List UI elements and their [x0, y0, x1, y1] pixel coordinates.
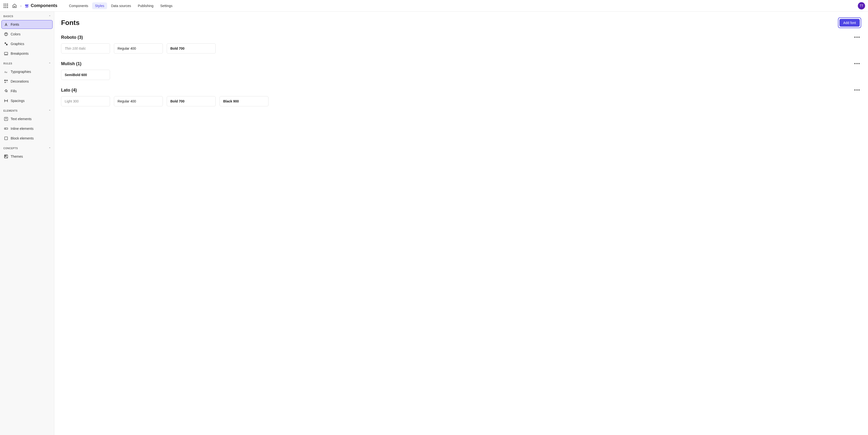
tab-settings[interactable]: Settings [157, 2, 176, 9]
svg-rect-12 [4, 128, 8, 129]
header-tabs: ComponentsStylesData sourcesPublishingSe… [66, 2, 176, 9]
home-button[interactable] [12, 3, 18, 9]
breadcrumb-chevron-icon: › [20, 4, 22, 8]
section-header-elements[interactable]: Elements⌃ [0, 106, 54, 113]
sidebar-item-colors[interactable]: Colors [1, 30, 53, 38]
sidebar-item-label: Inline elements [11, 127, 33, 131]
more-options-button[interactable]: ••• [853, 88, 861, 93]
main: Fonts Add font Roboto (3)•••Thin 100 Ita… [54, 12, 868, 435]
font-variant-card[interactable]: Bold 700 [167, 96, 216, 106]
tab-styles[interactable]: Styles [92, 2, 107, 9]
chevron-up-icon: ⌃ [49, 109, 51, 112]
font-variant-card[interactable]: Thin 100 Italic [61, 43, 110, 54]
section-header-concepts[interactable]: Concepts⌃ [0, 144, 54, 151]
inline-element-icon [4, 127, 8, 131]
font-group-title: Mulish (1) [61, 61, 82, 66]
sidebar-item-breakpoints[interactable]: Breakpoints [1, 49, 53, 58]
font-variant-card[interactable]: Regular 400 [114, 43, 163, 54]
chevron-up-icon: ⌃ [49, 147, 51, 150]
body: Basics⌃FontsColorsGraphicsBreakpointsRul… [0, 12, 868, 435]
font-variants: Light 300Regular 400Bold 700Black 900 [61, 96, 861, 106]
sidebar-item-label: Decorations [11, 79, 29, 83]
font-variant-card[interactable]: Black 900 [220, 96, 269, 106]
brand-label: Components [31, 3, 57, 8]
font-group-title: Lato (4) [61, 88, 77, 93]
sidebar-item-spacings[interactable]: Spacings [1, 96, 53, 105]
more-horizontal-icon: ••• [854, 35, 860, 40]
tab-publishing[interactable]: Publishing [135, 2, 157, 9]
more-horizontal-icon: ••• [854, 88, 860, 93]
svg-point-13 [5, 128, 6, 129]
themes-icon [4, 154, 8, 159]
fill-icon [4, 89, 8, 93]
text-element-icon [4, 117, 8, 121]
chevron-up-icon: ⌃ [49, 15, 51, 18]
header-right: TT [858, 2, 865, 9]
svg-point-4 [5, 42, 6, 44]
avatar[interactable]: TT [858, 2, 865, 9]
typography-icon: Aa [4, 69, 8, 74]
svg-text:Aa: Aa [4, 71, 7, 73]
svg-point-9 [6, 80, 7, 81]
sidebar-item-label: Text elements [11, 117, 31, 121]
sidebar-item-label: Colors [11, 32, 20, 36]
main-header: Fonts Add font [61, 18, 861, 28]
font-variant-card[interactable]: Light 300 [61, 96, 110, 106]
add-font-focus-ring: Add font [838, 18, 861, 28]
apps-grid-icon [4, 4, 8, 8]
font-variant-card[interactable]: Bold 700 [167, 43, 216, 54]
sidebar-item-label: Typographies [11, 70, 31, 74]
block-element-icon [4, 136, 8, 140]
font-groups: Roboto (3)•••Thin 100 ItalicRegular 400B… [61, 35, 861, 106]
sidebar-item-label: Block elements [11, 136, 34, 140]
home-icon [12, 3, 17, 8]
font-group-header: Roboto (3)••• [61, 35, 861, 40]
sidebar-item-typographies[interactable]: AaTypographies [1, 67, 53, 76]
font-variant-card[interactable]: SemiBold 600 [61, 70, 110, 80]
font-variants: SemiBold 600 [61, 70, 861, 80]
tab-data-sources[interactable]: Data sources [108, 2, 134, 9]
spacing-icon [4, 99, 8, 103]
font-group-lato: Lato (4)•••Light 300Regular 400Bold 700B… [61, 88, 861, 106]
sidebar-item-decorations[interactable]: +Decorations [1, 77, 53, 86]
header: › Components ComponentsStylesData source… [0, 0, 868, 12]
brand[interactable]: Components [25, 3, 57, 8]
section-title: Rules [3, 62, 12, 65]
section-title: Basics [3, 15, 13, 18]
svg-point-2 [6, 33, 6, 33]
font-group-title: Roboto (3) [61, 35, 83, 40]
svg-rect-6 [4, 52, 8, 55]
sidebar-item-fonts[interactable]: Fonts [1, 20, 53, 29]
section-title: Elements [3, 109, 18, 112]
svg-text:+: + [6, 81, 8, 83]
graphics-icon [4, 42, 8, 46]
font-group-header: Mulish (1)••• [61, 61, 861, 66]
sidebar: Basics⌃FontsColorsGraphicsBreakpointsRul… [0, 12, 54, 435]
section-header-basics[interactable]: Basics⌃ [0, 12, 54, 19]
device-icon [4, 52, 8, 56]
sidebar-item-label: Themes [11, 155, 23, 158]
sidebar-item-fills[interactable]: Fills [1, 87, 53, 95]
font-group-header: Lato (4)••• [61, 88, 861, 93]
svg-rect-8 [4, 80, 6, 81]
sidebar-item-themes[interactable]: Themes [1, 152, 53, 161]
header-left: › Components ComponentsStylesData source… [3, 2, 176, 9]
sidebar-item-block-elements[interactable]: Block elements [1, 134, 53, 143]
sidebar-item-label: Breakpoints [11, 52, 29, 56]
section-title: Concepts [3, 147, 18, 150]
svg-point-1 [5, 34, 6, 34]
sidebar-item-text-elements[interactable]: Text elements [1, 114, 53, 123]
apps-menu-button[interactable] [3, 3, 9, 9]
sidebar-item-label: Spacings [11, 99, 25, 103]
font-variant-card[interactable]: Regular 400 [114, 96, 163, 106]
avatar-initials: TT [860, 4, 863, 7]
font-group-roboto: Roboto (3)•••Thin 100 ItalicRegular 400B… [61, 35, 861, 54]
add-font-button[interactable]: Add font [839, 19, 860, 27]
more-options-button[interactable]: ••• [853, 35, 861, 40]
sidebar-item-graphics[interactable]: Graphics [1, 39, 53, 48]
more-options-button[interactable]: ••• [853, 61, 861, 66]
section-header-rules[interactable]: Rules⌃ [0, 59, 54, 66]
tab-components[interactable]: Components [66, 2, 91, 9]
chevron-up-icon: ⌃ [49, 62, 51, 65]
sidebar-item-inline-elements[interactable]: Inline elements [1, 124, 53, 133]
